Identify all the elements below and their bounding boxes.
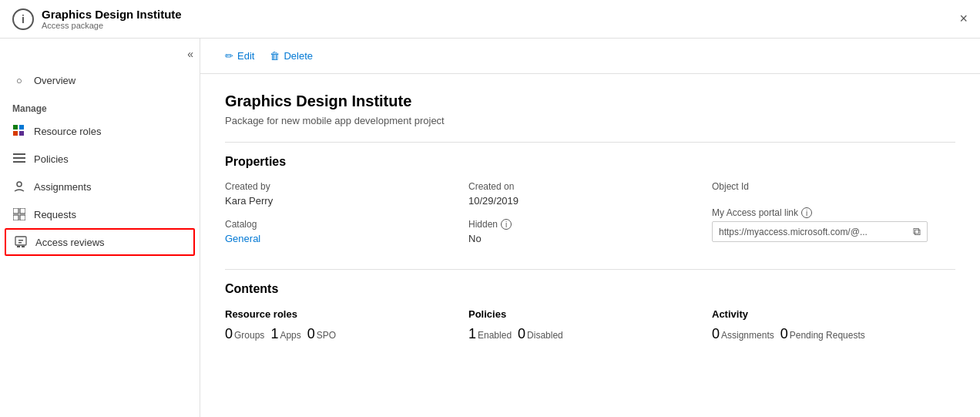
created-by-value: Kara Perry (225, 195, 468, 207)
sidebar-item-assignments[interactable]: Assignments (0, 173, 200, 200)
sidebar-item-access-reviews-label: Access reviews (35, 237, 105, 248)
main-content: Graphics Design Institute Package for ne… (200, 74, 980, 417)
catalog-group: Catalog General (225, 219, 468, 244)
resource-roles-content: Resource roles 0 Groups 1 Apps 0 SPO (225, 308, 468, 342)
my-access-info-icon[interactable]: i (801, 207, 812, 218)
assignments-icon (12, 180, 26, 193)
activity-values: 0 Assignments 0 Pending Requests (712, 326, 955, 342)
properties-section-title: Properties (225, 155, 955, 169)
sidebar-item-assignments-label: Assignments (34, 181, 91, 193)
portal-url-text: https://myaccess.microsoft.com/@... (719, 227, 908, 237)
hidden-value: No (468, 233, 712, 244)
edit-button[interactable]: ✏ Edit (219, 46, 260, 66)
resource-roles-content-label: Resource roles (225, 308, 468, 320)
catalog-label: Catalog (225, 219, 468, 230)
created-by-group: Created by Kara Perry (225, 181, 468, 207)
created-on-value: 10/29/2019 (468, 195, 712, 207)
policies-icon (12, 152, 26, 166)
window-subtitle: Access package (42, 21, 182, 30)
contents-grid: Resource roles 0 Groups 1 Apps 0 SPO Pol… (225, 308, 955, 342)
created-by-label: Created by (225, 181, 468, 192)
my-access-group: My Access portal link i https://myaccess… (712, 207, 955, 242)
my-access-label: My Access portal link i (712, 207, 955, 218)
sidebar-item-overview-label: Overview (34, 75, 76, 86)
svg-rect-5 (13, 157, 25, 159)
contents-section-title: Contents (225, 282, 955, 296)
policies-content: Policies 1 Enabled 0 Disabled (468, 308, 712, 342)
sidebar-item-policies-label: Policies (34, 153, 69, 165)
spo-count: 0 (307, 326, 315, 342)
policies-values: 1 Enabled 0 Disabled (468, 326, 712, 342)
access-reviews-icon (14, 235, 28, 249)
edit-label: Edit (237, 50, 254, 62)
sidebar-item-overview[interactable]: ○ Overview (0, 66, 200, 94)
policies-content-label: Policies (468, 308, 712, 320)
pending-requests-count: 0 (780, 326, 788, 342)
title-bar: i Graphics Design Institute Access packa… (0, 0, 980, 39)
svg-rect-2 (13, 131, 18, 136)
hidden-info-icon[interactable]: i (501, 219, 512, 230)
enabled-count: 1 (468, 326, 476, 342)
created-on-label: Created on (468, 181, 712, 192)
window-title: Graphics Design Institute (42, 8, 182, 21)
activity-content-label: Activity (712, 308, 955, 320)
created-on-group: Created on 10/29/2019 (468, 181, 712, 207)
requests-icon (12, 207, 26, 221)
pending-requests-label: Pending Requests (790, 330, 865, 341)
svg-rect-11 (20, 215, 25, 220)
properties-grid: Created by Kara Perry Catalog General Cr… (225, 181, 955, 257)
svg-point-7 (17, 182, 22, 187)
svg-rect-6 (13, 161, 25, 163)
sidebar-item-resource-roles[interactable]: Resource roles (0, 117, 200, 145)
svg-rect-15 (18, 240, 23, 241)
copy-url-button[interactable]: ⧉ (913, 225, 921, 238)
delete-label: Delete (284, 50, 313, 62)
manage-section-label: Manage (0, 94, 200, 117)
activity-content: Activity 0 Assignments 0 Pending Request… (712, 308, 955, 342)
sidebar-item-requests[interactable]: Requests (0, 200, 200, 228)
delete-button[interactable]: 🗑 Delete (263, 46, 319, 66)
divider-1 (225, 142, 955, 143)
sidebar-item-policies[interactable]: Policies (0, 145, 200, 173)
svg-rect-10 (13, 215, 18, 220)
edit-icon: ✏ (225, 50, 233, 62)
page-title: Graphics Design Institute (225, 92, 955, 110)
toolbar: ✏ Edit 🗑 Delete (200, 39, 980, 74)
svg-rect-4 (13, 153, 25, 155)
catalog-value[interactable]: General (225, 233, 468, 244)
sidebar: « ○ Overview Manage Resource roles (0, 39, 200, 417)
enabled-label: Enabled (478, 330, 512, 341)
svg-rect-9 (20, 208, 25, 214)
svg-rect-0 (13, 125, 18, 129)
delete-icon: 🗑 (270, 50, 280, 62)
resource-roles-icon (12, 124, 26, 138)
svg-rect-14 (22, 246, 25, 247)
object-id-label: Object Id (712, 181, 955, 192)
hidden-label: Hidden i (468, 219, 712, 230)
close-button[interactable]: × (959, 11, 968, 27)
sidebar-item-access-reviews[interactable]: Access reviews (5, 228, 195, 256)
disabled-count: 0 (518, 326, 525, 342)
sidebar-item-resource-roles-label: Resource roles (34, 126, 101, 137)
apps-count: 1 (270, 326, 278, 342)
svg-rect-8 (13, 208, 18, 214)
hidden-group: Hidden i No (468, 219, 712, 244)
sidebar-item-requests-label: Requests (34, 209, 76, 220)
svg-rect-1 (19, 125, 24, 129)
object-id-group: Object Id (712, 181, 955, 195)
assignments-count: 0 (712, 326, 720, 342)
resource-roles-values: 0 Groups 1 Apps 0 SPO (225, 326, 468, 342)
svg-rect-16 (18, 242, 22, 244)
spo-label: SPO (317, 330, 336, 341)
divider-2 (225, 269, 955, 270)
overview-icon: ○ (12, 73, 26, 87)
apps-label: Apps (280, 330, 300, 341)
disabled-label: Disabled (527, 330, 563, 341)
app-icon: i (12, 8, 34, 30)
svg-rect-3 (19, 131, 24, 136)
groups-count: 0 (225, 326, 233, 342)
portal-link-input: https://myaccess.microsoft.com/@... ⧉ (712, 221, 928, 242)
page-description: Package for new mobile app development p… (225, 115, 955, 126)
groups-label: Groups (234, 330, 264, 341)
collapse-button[interactable]: « (187, 48, 193, 60)
